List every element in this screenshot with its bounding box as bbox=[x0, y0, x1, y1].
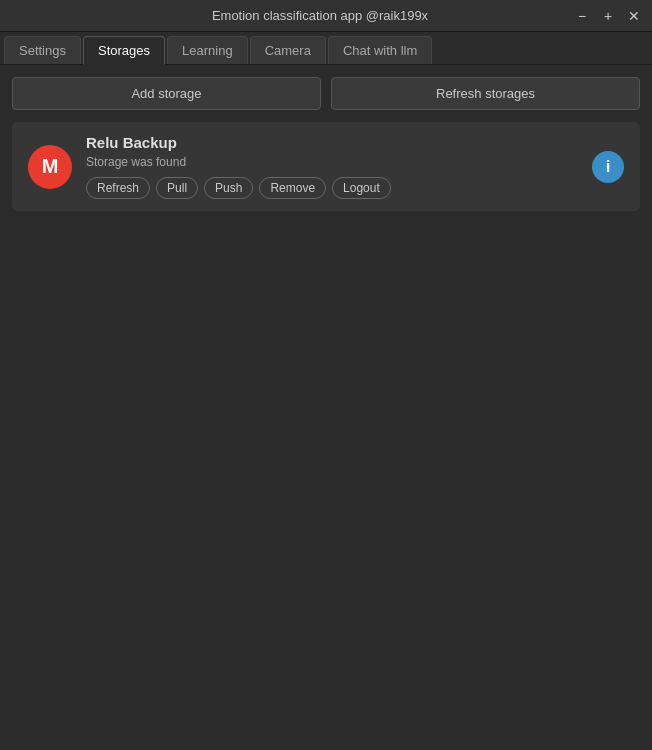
push-button[interactable]: Push bbox=[204, 177, 253, 199]
logout-button[interactable]: Logout bbox=[332, 177, 391, 199]
tab-camera[interactable]: Camera bbox=[250, 36, 326, 64]
tab-chat-with-llm[interactable]: Chat with llm bbox=[328, 36, 432, 64]
remove-button[interactable]: Remove bbox=[259, 177, 326, 199]
storage-info: Relu Backup Storage was found Refresh Pu… bbox=[86, 134, 578, 199]
storage-name: Relu Backup bbox=[86, 134, 578, 151]
add-storage-button[interactable]: Add storage bbox=[12, 77, 321, 110]
storage-card: M Relu Backup Storage was found Refresh … bbox=[12, 122, 640, 211]
refresh-storages-button[interactable]: Refresh storages bbox=[331, 77, 640, 110]
tab-bar: Settings Storages Learning Camera Chat w… bbox=[0, 32, 652, 65]
toolbar-row: Add storage Refresh storages bbox=[12, 77, 640, 110]
pull-button[interactable]: Pull bbox=[156, 177, 198, 199]
title-bar: Emotion classification app @raik199x − +… bbox=[0, 0, 652, 32]
mega-icon: M bbox=[28, 145, 72, 189]
close-button[interactable]: ✕ bbox=[624, 6, 644, 26]
minimize-button[interactable]: − bbox=[572, 6, 592, 26]
tab-settings[interactable]: Settings bbox=[4, 36, 81, 64]
tab-storages[interactable]: Storages bbox=[83, 36, 165, 65]
tab-learning[interactable]: Learning bbox=[167, 36, 248, 64]
info-icon[interactable]: i bbox=[592, 151, 624, 183]
storage-status: Storage was found bbox=[86, 155, 578, 169]
window-title: Emotion classification app @raik199x bbox=[68, 8, 572, 23]
maximize-button[interactable]: + bbox=[598, 6, 618, 26]
storage-actions: Refresh Pull Push Remove Logout bbox=[86, 177, 578, 199]
window-controls: − + ✕ bbox=[572, 6, 644, 26]
main-content: Add storage Refresh storages M Relu Back… bbox=[0, 65, 652, 223]
refresh-button[interactable]: Refresh bbox=[86, 177, 150, 199]
